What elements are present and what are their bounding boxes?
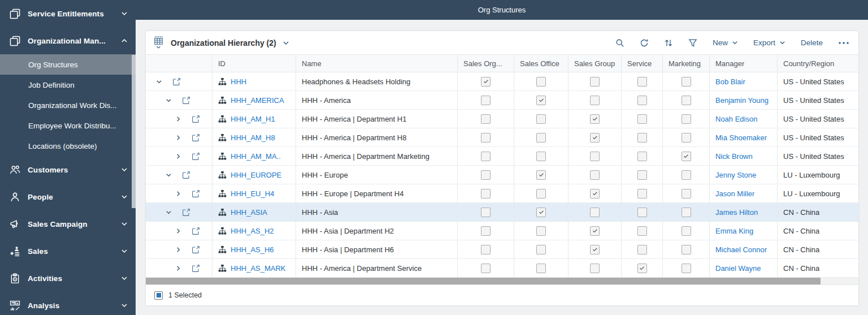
manager-link[interactable]: Jason Miller xyxy=(715,189,754,198)
sales-org-checkbox[interactable] xyxy=(481,133,491,143)
manager-link[interactable]: Michael Connor xyxy=(715,245,767,254)
sidebar-item-service-entitlements[interactable]: Service Entitlements xyxy=(0,0,136,27)
sales-group-checkbox[interactable] xyxy=(590,208,600,217)
open-details-icon[interactable] xyxy=(192,115,200,123)
marketing-checkbox[interactable] xyxy=(682,77,691,87)
row-id-link[interactable]: HHH_ASIA xyxy=(231,208,267,217)
sales-group-checkbox[interactable] xyxy=(590,170,600,180)
row-id-link[interactable]: HHH_AS_H6 xyxy=(231,245,274,254)
table-row[interactable]: HHHHeadphones & Headsets HoldingBob Blai… xyxy=(146,72,858,91)
sidebar-item-activities[interactable]: Activities xyxy=(0,265,136,292)
column-header-service[interactable]: Service xyxy=(622,55,663,72)
manager-link[interactable]: Bob Blair xyxy=(715,77,745,86)
column-header-sales-group[interactable]: Sales Group xyxy=(568,55,622,72)
column-header-name[interactable]: Name xyxy=(296,55,458,72)
marketing-checkbox[interactable] xyxy=(682,264,691,273)
collapse-node-icon[interactable] xyxy=(166,97,172,103)
sales-office-checkbox[interactable] xyxy=(536,133,546,143)
sales-office-checkbox[interactable] xyxy=(536,264,546,273)
manager-link[interactable]: James Hilton xyxy=(715,208,758,217)
service-checkbox[interactable] xyxy=(637,152,647,161)
service-checkbox[interactable] xyxy=(637,226,647,236)
sales-group-checkbox[interactable] xyxy=(590,114,600,124)
sidebar-subitem-org-structures[interactable]: Org Structures xyxy=(0,54,136,75)
manager-link[interactable]: Benjamin Young xyxy=(715,96,769,105)
open-details-icon[interactable] xyxy=(172,77,181,86)
sidebar-item-sales[interactable]: Sales xyxy=(0,238,136,265)
sales-office-checkbox[interactable] xyxy=(536,152,546,161)
sales-org-checkbox[interactable] xyxy=(481,96,491,105)
sales-org-checkbox[interactable] xyxy=(481,77,491,87)
open-details-icon[interactable] xyxy=(192,227,200,235)
expand-node-icon[interactable] xyxy=(175,135,181,141)
search-button[interactable] xyxy=(615,38,624,48)
open-details-icon[interactable] xyxy=(192,245,200,254)
table-row[interactable]: HHH_AS_H2HHH - Asia | Department H2Emma … xyxy=(146,222,858,240)
sales-group-checkbox[interactable] xyxy=(590,133,600,143)
sales-org-checkbox[interactable] xyxy=(481,170,491,180)
table-row[interactable]: HHH_ASIAHHH - AsiaJames HiltonCN - China xyxy=(146,203,858,222)
open-details-icon[interactable] xyxy=(182,96,190,105)
column-header-manager[interactable]: Manager xyxy=(710,55,778,72)
open-details-icon[interactable] xyxy=(182,208,190,217)
open-details-icon[interactable] xyxy=(182,171,190,179)
sidebar-item-organizational-man[interactable]: Organizational Man... xyxy=(0,27,136,54)
sidebar-item-analysis[interactable]: Analysis xyxy=(0,292,136,315)
sales-office-checkbox[interactable] xyxy=(536,77,546,87)
sidebar-scrollbar[interactable] xyxy=(132,55,136,208)
row-id-link[interactable]: HHH_AMERICA xyxy=(231,96,284,105)
marketing-checkbox[interactable] xyxy=(682,133,691,143)
marketing-checkbox[interactable] xyxy=(682,96,691,105)
open-details-icon[interactable] xyxy=(192,264,200,273)
manager-link[interactable]: Noah Edison xyxy=(715,115,757,123)
collapse-node-icon[interactable] xyxy=(166,172,172,178)
selection-summary-checkbox[interactable] xyxy=(154,291,163,300)
service-checkbox[interactable] xyxy=(637,77,647,87)
sales-group-checkbox[interactable] xyxy=(590,77,600,87)
sales-office-checkbox[interactable] xyxy=(536,189,546,199)
sidebar-subitem-job-definition[interactable]: Job Definition xyxy=(0,75,136,95)
manager-link[interactable]: Mia Shoemaker xyxy=(715,133,767,142)
sales-office-checkbox[interactable] xyxy=(536,226,546,236)
row-id-link[interactable]: HHH_AM_MA.. xyxy=(231,152,281,161)
delete-button[interactable]: Delete xyxy=(801,38,823,47)
sales-group-checkbox[interactable] xyxy=(590,96,600,105)
column-header-country-region[interactable]: Country/Region xyxy=(778,55,858,72)
row-id-link[interactable]: HHH xyxy=(231,77,246,86)
horizontal-scrollbar-thumb[interactable] xyxy=(146,278,821,284)
marketing-checkbox[interactable] xyxy=(682,245,691,254)
marketing-checkbox[interactable] xyxy=(682,152,691,161)
sales-group-checkbox[interactable] xyxy=(590,264,600,273)
sales-org-checkbox[interactable] xyxy=(481,208,491,217)
sidebar-item-people[interactable]: People xyxy=(0,183,136,210)
collapse-node-icon[interactable] xyxy=(156,79,162,85)
marketing-checkbox[interactable] xyxy=(682,170,691,180)
table-row[interactable]: HHH_AS_MARKHHH - America | Department Se… xyxy=(146,259,858,278)
refresh-button[interactable] xyxy=(640,38,649,48)
expand-node-icon[interactable] xyxy=(175,247,181,253)
sales-office-checkbox[interactable] xyxy=(536,208,546,217)
open-details-icon[interactable] xyxy=(192,152,200,161)
sales-org-checkbox[interactable] xyxy=(481,264,491,273)
sales-org-checkbox[interactable] xyxy=(481,152,491,161)
row-id-link[interactable]: HHH_AM_H1 xyxy=(231,115,275,123)
marketing-checkbox[interactable] xyxy=(682,114,691,124)
horizontal-scrollbar[interactable] xyxy=(146,278,858,284)
row-id-link[interactable]: HHH_EU_H4 xyxy=(231,189,274,198)
sales-office-checkbox[interactable] xyxy=(536,245,546,254)
marketing-checkbox[interactable] xyxy=(682,226,691,236)
sales-group-checkbox[interactable] xyxy=(590,245,600,254)
view-switch-button[interactable] xyxy=(154,36,163,50)
marketing-checkbox[interactable] xyxy=(682,208,691,217)
filter-button[interactable] xyxy=(688,38,697,48)
expand-node-icon[interactable] xyxy=(175,265,181,271)
table-row[interactable]: HHH_EU_H4HHH - Europe | Department H4Jas… xyxy=(146,184,858,203)
expand-node-icon[interactable] xyxy=(175,153,181,159)
collapse-node-icon[interactable] xyxy=(166,209,172,215)
column-header-sales-office[interactable]: Sales Office xyxy=(514,55,568,72)
export-button[interactable]: Export xyxy=(753,38,785,47)
sales-office-checkbox[interactable] xyxy=(536,114,546,124)
sales-group-checkbox[interactable] xyxy=(590,226,600,236)
sales-org-checkbox[interactable] xyxy=(481,245,491,254)
sales-group-checkbox[interactable] xyxy=(590,152,600,161)
